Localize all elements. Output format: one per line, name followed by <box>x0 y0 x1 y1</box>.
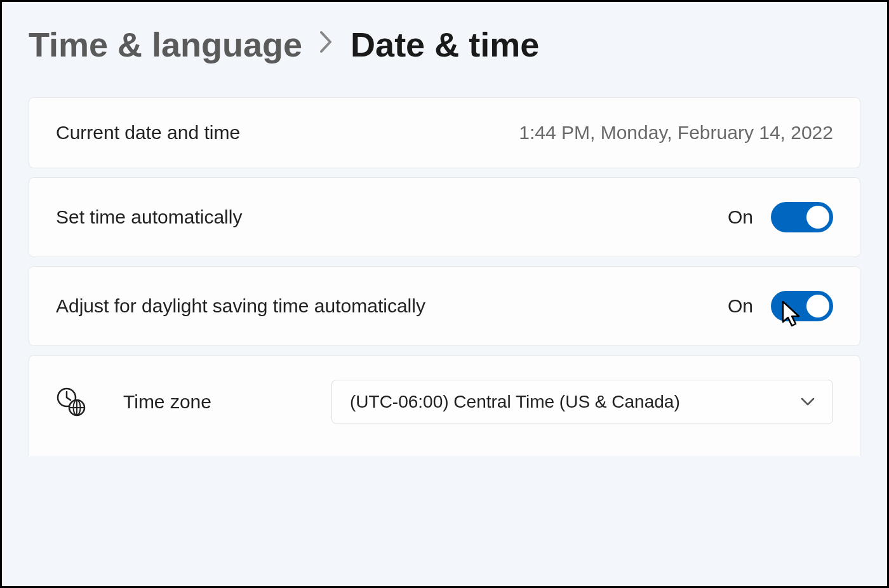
set-time-auto-label: Set time automatically <box>56 206 242 228</box>
set-time-auto-toggle[interactable] <box>771 202 833 232</box>
timezone-card: Time zone (UTC-06:00) Central Time (US &… <box>29 355 860 456</box>
toggle-knob <box>806 206 829 229</box>
set-time-auto-control: On <box>728 202 833 232</box>
dst-auto-toggle[interactable] <box>771 291 833 321</box>
breadcrumb-current: Date & time <box>351 25 539 64</box>
chevron-down-icon <box>801 395 815 410</box>
breadcrumb: Time & language Date & time <box>29 25 860 64</box>
breadcrumb-parent[interactable]: Time & language <box>29 25 302 64</box>
dst-auto-label: Adjust for daylight saving time automati… <box>56 295 425 317</box>
set-time-auto-state: On <box>728 206 753 228</box>
timezone-value: (UTC-06:00) Central Time (US & Canada) <box>350 392 680 412</box>
clock-globe-icon <box>56 387 86 417</box>
timezone-select[interactable]: (UTC-06:00) Central Time (US & Canada) <box>331 380 833 424</box>
toggle-knob <box>806 295 829 317</box>
dst-auto-control: On <box>728 291 833 321</box>
set-time-auto-card: Set time automatically On <box>29 177 860 257</box>
current-date-card: Current date and time 1:44 PM, Monday, F… <box>29 97 860 168</box>
timezone-label: Time zone <box>123 391 295 413</box>
current-date-label: Current date and time <box>56 122 240 144</box>
dst-auto-card: Adjust for daylight saving time automati… <box>29 266 860 346</box>
current-date-value: 1:44 PM, Monday, February 14, 2022 <box>519 122 833 144</box>
chevron-right-icon <box>319 30 334 60</box>
dst-auto-state: On <box>728 295 753 317</box>
